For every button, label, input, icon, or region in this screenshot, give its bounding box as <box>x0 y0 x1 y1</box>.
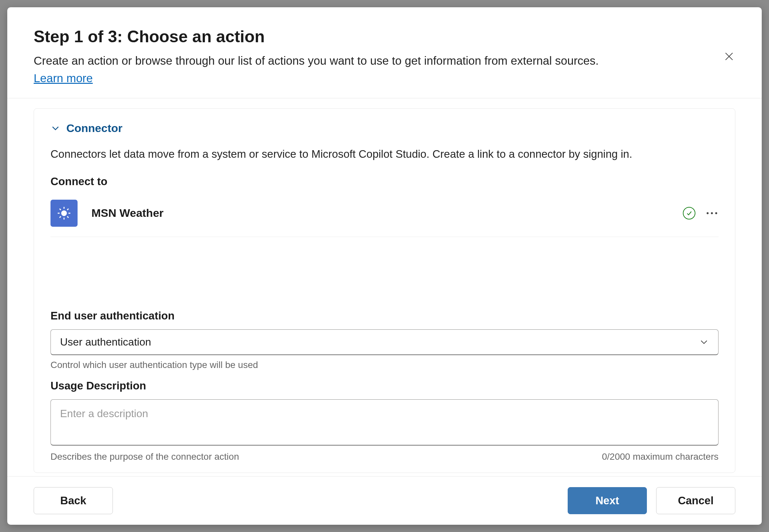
cancel-button[interactable]: Cancel <box>656 487 735 514</box>
connector-section-title: Connector <box>66 122 122 135</box>
usage-textarea[interactable] <box>50 399 719 446</box>
usage-counter: 0/2000 maximum characters <box>602 451 719 462</box>
svg-point-0 <box>61 210 67 216</box>
svg-line-8 <box>67 209 69 210</box>
next-button[interactable]: Next <box>568 487 647 514</box>
msn-weather-icon <box>50 200 78 227</box>
modal-footer: Back Next Cancel <box>7 476 762 525</box>
connector-row: MSN Weather <box>50 195 719 237</box>
svg-line-7 <box>59 216 61 217</box>
learn-more-link[interactable]: Learn more <box>34 72 93 85</box>
chevron-down-icon <box>699 337 709 347</box>
svg-line-6 <box>67 216 69 217</box>
connector-name: MSN Weather <box>91 207 683 219</box>
back-button[interactable]: Back <box>34 487 113 514</box>
close-icon <box>724 51 734 62</box>
connect-to-label: Connect to <box>50 175 719 188</box>
connector-section-toggle[interactable]: Connector <box>50 122 719 135</box>
connector-more-button[interactable] <box>705 209 719 217</box>
status-connected-icon <box>683 207 695 219</box>
close-button[interactable] <box>721 49 737 64</box>
connector-section-desc: Connectors let data move from a system o… <box>50 148 719 160</box>
auth-select[interactable]: User authentication <box>50 329 719 355</box>
auth-value: User authentication <box>60 336 151 348</box>
auth-help: Control which user authentication type w… <box>50 360 719 370</box>
ellipsis-icon <box>707 212 709 214</box>
auth-field: End user authentication User authenticat… <box>50 310 719 370</box>
connector-panel: Connector Connectors let data move from … <box>34 108 735 473</box>
usage-field: Usage Description Describes the purpose … <box>50 380 719 462</box>
modal-header: Step 1 of 3: Choose an action Create an … <box>7 7 762 98</box>
svg-line-5 <box>59 209 61 210</box>
modal-body: Connector Connectors let data move from … <box>7 98 762 477</box>
modal-subtitle: Create an action or browse through our l… <box>34 52 735 70</box>
chevron-down-icon <box>50 123 60 133</box>
modal-title: Step 1 of 3: Choose an action <box>34 27 735 46</box>
auth-label: End user authentication <box>50 310 719 322</box>
modal-dialog: Step 1 of 3: Choose an action Create an … <box>7 7 762 525</box>
usage-label: Usage Description <box>50 380 719 392</box>
usage-help: Describes the purpose of the connector a… <box>50 451 239 462</box>
